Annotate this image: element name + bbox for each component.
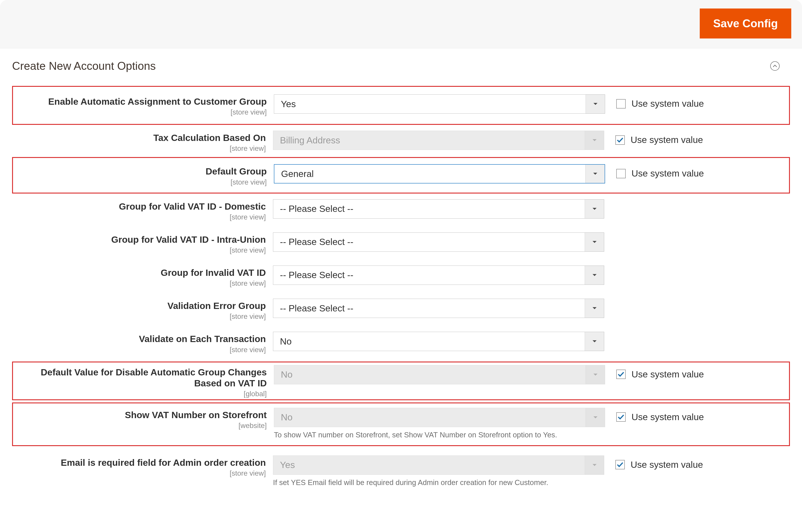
checkbox-use-system-r10[interactable] <box>615 460 625 469</box>
chevron-down-icon <box>585 299 604 318</box>
select-show-vat-storefront: No <box>274 408 605 427</box>
scope-enable-auto-assignment: [store view] <box>13 108 267 116</box>
top-bar: Save Config <box>0 0 802 48</box>
chevron-down-icon <box>585 95 605 113</box>
row-enable-auto-assignment: Enable Automatic Assignment to Customer … <box>12 86 790 125</box>
row-show-vat-storefront: Show VAT Number on Storefront [website] … <box>12 402 790 446</box>
chevron-down-icon <box>585 365 605 384</box>
label-enable-auto-assignment: Enable Automatic Assignment to Customer … <box>13 96 267 107</box>
checkbox-label: Use system value <box>632 369 704 380</box>
select-value: -- Please Select -- <box>280 270 353 280</box>
label-group-valid-vat-intra: Group for Valid VAT ID - Intra-Union <box>12 234 266 245</box>
checkbox-label: Use system value <box>632 412 704 422</box>
chevron-down-icon <box>585 332 604 351</box>
select-group-valid-vat-domestic[interactable]: -- Please Select -- <box>273 200 604 218</box>
section-header[interactable]: Create New Account Options <box>12 59 790 73</box>
section-title: Create New Account Options <box>12 59 156 73</box>
row-tax-calculation: Tax Calculation Based On [store view] Bi… <box>12 128 790 157</box>
chevron-down-icon <box>585 456 604 475</box>
checkbox-label: Use system value <box>631 135 703 145</box>
select-value: No <box>281 412 293 423</box>
scope-validate-each-txn: [store view] <box>12 346 266 354</box>
chevron-down-icon <box>585 233 604 251</box>
scope-default-disable-auto: [global] <box>13 390 267 398</box>
label-default-group: Default Group <box>13 166 267 177</box>
label-validate-each-txn: Validate on Each Transaction <box>12 334 266 344</box>
select-group-invalid-vat[interactable]: -- Please Select -- <box>273 266 604 285</box>
row-default-group: Default Group [store view] General Use s… <box>12 157 790 193</box>
select-email-required: Yes <box>273 455 604 475</box>
select-value: Yes <box>280 460 295 470</box>
save-config-button[interactable]: Save Config <box>700 8 791 38</box>
checkbox-use-system-r0[interactable] <box>616 99 626 109</box>
row-group-invalid-vat: Group for Invalid VAT ID [store view] --… <box>12 263 790 297</box>
row-validation-error-group: Validation Error Group [store view] -- P… <box>12 297 790 329</box>
select-validate-each-txn[interactable]: No <box>273 332 604 351</box>
select-value: Billing Address <box>280 135 340 146</box>
row-group-valid-vat-domestic: Group for Valid VAT ID - Domestic [store… <box>12 197 790 230</box>
chevron-down-icon <box>585 408 605 427</box>
checkbox-use-system-r1[interactable] <box>615 135 625 145</box>
scope-show-vat-storefront: [website] <box>13 421 267 430</box>
content: Create New Account Options Enable Automa… <box>0 48 802 490</box>
select-value: Yes <box>281 99 296 109</box>
scope-group-valid-vat-domestic: [store view] <box>12 213 266 221</box>
label-validation-error-group: Validation Error Group <box>12 301 266 311</box>
chevron-down-icon <box>585 266 604 285</box>
select-validation-error-group[interactable]: -- Please Select -- <box>273 299 604 318</box>
select-default-disable-auto: No <box>274 365 605 384</box>
label-email-required: Email is required field for Admin order … <box>12 457 266 468</box>
select-value: General <box>281 169 314 179</box>
select-value: -- Please Select -- <box>280 204 353 214</box>
hint-show-vat-storefront: To show VAT number on Storefront, set Sh… <box>274 430 605 440</box>
row-group-valid-vat-intra: Group for Valid VAT ID - Intra-Union [st… <box>12 230 790 263</box>
select-tax-calculation: Billing Address <box>273 131 604 150</box>
select-value: No <box>281 369 293 380</box>
checkbox-label: Use system value <box>631 459 703 470</box>
form-rows: Enable Automatic Assignment to Customer … <box>12 86 790 490</box>
label-group-valid-vat-domestic: Group for Valid VAT ID - Domestic <box>12 201 266 212</box>
row-validate-each-txn: Validate on Each Transaction [store view… <box>12 329 790 361</box>
select-enable-auto-assignment[interactable]: Yes <box>274 94 605 114</box>
page: Save Config Create New Account Options E… <box>0 0 802 532</box>
select-value: -- Please Select -- <box>280 303 353 314</box>
select-group-valid-vat-intra[interactable]: -- Please Select -- <box>273 232 604 252</box>
checkbox-use-system-r9[interactable] <box>616 412 626 422</box>
chevron-down-icon <box>585 200 604 218</box>
label-group-invalid-vat: Group for Invalid VAT ID <box>12 267 266 278</box>
scope-group-valid-vat-intra: [store view] <box>12 246 266 254</box>
checkbox-label: Use system value <box>632 98 704 109</box>
label-show-vat-storefront: Show VAT Number on Storefront <box>13 410 267 421</box>
select-default-group[interactable]: General <box>274 164 605 184</box>
scope-default-group: [store view] <box>13 178 267 186</box>
label-default-disable-auto: Default Value for Disable Automatic Grou… <box>13 367 267 389</box>
chevron-down-icon <box>585 165 604 183</box>
checkbox-use-system-r2[interactable] <box>616 169 626 178</box>
row-default-disable-auto: Default Value for Disable Automatic Grou… <box>12 362 790 400</box>
select-value: No <box>280 336 292 347</box>
scope-group-invalid-vat: [store view] <box>12 279 266 287</box>
checkbox-use-system-r8[interactable] <box>616 369 626 379</box>
chevron-down-icon <box>585 131 604 150</box>
scope-validation-error-group: [store view] <box>12 312 266 321</box>
select-value: -- Please Select -- <box>280 237 353 247</box>
scope-tax-calculation: [store view] <box>12 144 266 153</box>
collapse-icon[interactable] <box>770 61 780 71</box>
row-email-required: Email is required field for Admin order … <box>12 448 790 490</box>
hint-email-required: If set YES Email field will be required … <box>273 478 604 488</box>
checkbox-label: Use system value <box>632 168 704 179</box>
label-tax-calculation: Tax Calculation Based On <box>12 132 266 144</box>
scope-email-required: [store view] <box>12 469 266 477</box>
